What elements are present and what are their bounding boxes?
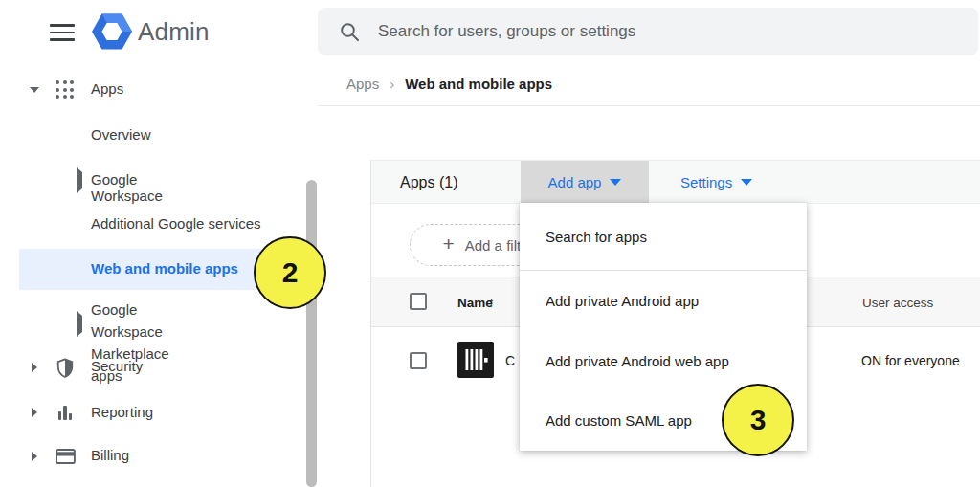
breadcrumb-apps[interactable]: Apps [346,76,379,92]
admin-logo-icon [92,12,132,55]
apps-count-title: Apps (1) [400,161,457,204]
hamburger-menu-icon[interactable] [50,24,75,41]
caret-right-icon[interactable] [29,452,40,461]
bar-chart-icon [54,406,77,420]
row-checkbox[interactable] [410,352,427,369]
add-app-label: Add app [548,174,602,190]
caret-right-icon[interactable] [29,363,40,372]
plus-icon: + [443,232,455,255]
menu-item-add-private-android-app[interactable]: Add private Android app [520,271,807,331]
sidebar-item-label: Apps [91,80,123,97]
add-app-button[interactable]: Add app [521,161,649,204]
app-logo-icon [457,342,494,382]
credit-card-icon [54,449,77,464]
global-search-bar[interactable] [318,8,978,55]
app-name[interactable]: C [505,327,515,394]
brand-name: Admin [138,17,210,47]
shield-icon [54,357,77,379]
annotation-step-2: 2 [254,236,326,309]
annotation-step-3: 3 [722,384,794,456]
breadcrumb-divider [318,105,980,106]
caret-down-icon[interactable] [29,87,40,93]
marketplace-label-line1: Google Workspace [91,301,163,340]
settings-label: Settings [680,174,732,190]
caret-right-icon[interactable] [77,172,82,188]
dropdown-caret-icon [741,179,752,186]
sidebar-scrollbar[interactable] [306,180,317,487]
sort-ascending-icon[interactable]: ↑ [488,277,495,328]
admin-console-screen: Admin Apps Overview Google Workspace Add… [0,0,980,487]
caret-right-icon[interactable] [77,316,82,332]
search-icon [340,22,360,42]
menu-item-add-private-android-web-app[interactable]: Add private Android web app [520,331,807,391]
dropdown-caret-icon [610,179,621,186]
sidebar-item-additional-google-services[interactable]: Additional Google services [91,215,261,232]
sidebar-item-overview[interactable]: Overview [91,126,151,143]
user-access-value: ON for everyone [861,327,960,394]
caret-right-icon[interactable] [29,408,40,417]
column-header-user-access[interactable]: User access [862,277,933,328]
breadcrumb: Apps › Web and mobile apps [346,76,552,92]
sidebar-item-web-and-mobile-apps[interactable]: Web and mobile apps [91,260,238,277]
search-input[interactable] [378,22,914,41]
menu-item-search-for-apps[interactable]: Search for apps [520,203,807,271]
select-all-checkbox[interactable] [410,293,427,310]
breadcrumb-separator: › [390,76,394,92]
settings-button[interactable]: Settings [671,161,762,204]
breadcrumb-current: Web and mobile apps [405,76,552,92]
apps-grid-icon [54,80,77,100]
